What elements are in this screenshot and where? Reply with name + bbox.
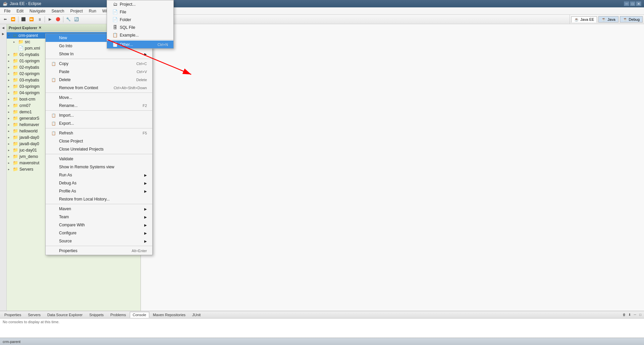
ctx-item-left: Validate xyxy=(51,156,73,162)
project-explorer-tab[interactable]: Project Explorer ✕ xyxy=(9,26,41,30)
ctx-item-left: Show in Remote Systems view xyxy=(51,164,114,170)
tree-item-label: 03-springm xyxy=(19,84,40,89)
ctx-item-move[interactable]: Move... xyxy=(46,94,152,102)
toolbar-sep-1 xyxy=(18,16,18,22)
tree-item-label: pom.xml xyxy=(25,46,40,51)
ctx-item-configure[interactable]: Configure▶ xyxy=(46,229,152,237)
toolbar-btn-8[interactable]: 🔧 xyxy=(65,16,72,23)
menu-navigate[interactable]: Navigate xyxy=(27,8,48,14)
ctx-item-source[interactable]: Source▶ xyxy=(46,237,152,245)
bottom-tab-snippets[interactable]: Snippets xyxy=(86,312,107,318)
toolbar-btn-1[interactable]: ⬅ xyxy=(1,16,9,23)
sub-icon: 📄 xyxy=(112,42,118,47)
ctx-item-left: Source xyxy=(51,238,72,244)
ctx-item-run-as[interactable]: Run As▶ xyxy=(46,171,152,179)
ctx-item-left: New xyxy=(51,35,67,41)
ctx-item-team[interactable]: Team▶ xyxy=(46,213,152,221)
ctx-item-compare-with[interactable]: Compare With▶ xyxy=(46,221,152,229)
close-button[interactable]: ✕ xyxy=(636,1,641,6)
sub-item-folder[interactable]: 📄 Folder xyxy=(107,16,173,23)
tree-item-label: 02-mybatis xyxy=(19,65,39,70)
ctx-item-copy[interactable]: 📋CopyCtrl+C xyxy=(46,60,152,68)
toolbar-btn-9[interactable]: 🔄 xyxy=(73,16,80,23)
menu-run[interactable]: Run xyxy=(86,8,99,14)
ctx-icon: 📋 xyxy=(51,130,56,136)
ctx-item-close-unrelated[interactable]: Close Unrelated Projects xyxy=(46,145,152,153)
ctx-item-export[interactable]: 📋Export... xyxy=(46,119,152,127)
bottom-minimize-btn[interactable]: ─ xyxy=(633,312,637,317)
ctx-item-rename[interactable]: Rename...F2 xyxy=(46,102,152,110)
toolbar-btn-4[interactable]: ⏩ xyxy=(28,16,35,23)
tree-item-label: generatorS xyxy=(19,116,39,121)
menu-edit[interactable]: Edit xyxy=(14,8,26,14)
project-explorer-tab-close[interactable]: ✕ xyxy=(39,26,41,30)
perspective-tab-java[interactable]: ☕Java xyxy=(598,16,618,22)
tree-item-label: boot-crm xyxy=(19,97,35,102)
tree-arrow: ▸ xyxy=(8,110,11,114)
ctx-submenu-arrow: ▶ xyxy=(144,173,147,177)
toolbar-btn-5[interactable]: ⏸ xyxy=(36,16,43,23)
ctx-item-refresh[interactable]: 📋RefreshF5 xyxy=(46,129,152,137)
ctx-item-restore-history[interactable]: Restore from Local History... xyxy=(46,195,152,203)
ctx-item-left: Debug As xyxy=(51,180,76,186)
bottom-tab-console[interactable]: Console xyxy=(130,312,149,318)
title-bar-left: ☕ Java EE - Eclipse xyxy=(3,1,41,6)
toolbar-btn-2[interactable]: ⏪ xyxy=(9,16,17,23)
sub-item-example[interactable]: 📋 Example... xyxy=(107,31,173,39)
maximize-button[interactable]: □ xyxy=(630,1,635,6)
bottom-tab-properties[interactable]: Properties xyxy=(1,312,24,318)
folder-icon: 📁 xyxy=(13,116,18,121)
perspective-tab-java-ee[interactable]: ☕Java EE xyxy=(571,16,597,22)
toolbar-btn-6[interactable]: ▶ xyxy=(46,16,54,23)
ctx-item-left: Move... xyxy=(51,95,72,100)
console-clear-btn[interactable]: 🗑 xyxy=(622,312,627,317)
bottom-tab-data-source-explorer[interactable]: Data Source Explorer xyxy=(44,312,86,318)
sub-item-other[interactable]: 📄 Other... Ctrl+N xyxy=(107,41,173,48)
bottom-tab-problems[interactable]: Problems xyxy=(107,312,129,318)
minimize-button[interactable]: ─ xyxy=(624,1,629,6)
ctx-item-debug-as[interactable]: Debug As▶ xyxy=(46,179,152,187)
ctx-label: Validate xyxy=(59,157,73,161)
menu-search[interactable]: Search xyxy=(49,8,67,14)
ctx-item-remove-context[interactable]: Remove from ContextCtrl+Alt+Shift+Down xyxy=(46,84,152,92)
ctx-empty-icon xyxy=(51,196,56,202)
folder-icon: 📁 xyxy=(13,71,18,76)
ctx-item-close-project[interactable]: Close Project xyxy=(46,137,152,145)
ctx-item-paste[interactable]: PasteCtrl+V xyxy=(46,68,152,76)
ctx-item-show-remote[interactable]: Show in Remote Systems view xyxy=(46,163,152,171)
ctx-icon: 📋 xyxy=(51,61,56,66)
ctx-item-show-in[interactable]: Show In▶ xyxy=(46,50,152,58)
console-scroll-btn[interactable]: ⬇ xyxy=(627,312,632,317)
sub-label: SQL File xyxy=(120,25,135,30)
submenu-new: 🗂 Project... 📄 File 📄 Folder 🗄 SQL File … xyxy=(107,0,174,49)
tree-arrow: ▸ xyxy=(8,136,11,139)
ctx-item-import[interactable]: 📋Import... xyxy=(46,111,152,119)
ctx-item-delete[interactable]: 📋DeleteDelete xyxy=(46,76,152,84)
ctx-icon: 📋 xyxy=(51,113,56,118)
ctx-item-validate[interactable]: Validate xyxy=(46,155,152,163)
sub-item-file[interactable]: 📄 File xyxy=(107,8,173,16)
ctx-item-properties[interactable]: PropertiesAlt+Enter xyxy=(46,247,152,255)
bottom-tab-maven-repositories[interactable]: Maven Repositories xyxy=(150,312,189,318)
ctx-item-profile-as[interactable]: Profile As▶ xyxy=(46,187,152,195)
sidebar-btn-1[interactable]: ◀ xyxy=(1,25,6,30)
toolbar-btn-3[interactable]: ⬛ xyxy=(20,16,27,23)
sub-item-project[interactable]: 🗂 Project... xyxy=(107,0,173,8)
tree-arrow: ▸ xyxy=(13,40,17,44)
menu-file[interactable]: File xyxy=(1,8,13,14)
ctx-label: Rename... xyxy=(59,103,77,108)
title-bar-controls: ─ □ ✕ xyxy=(624,1,641,6)
ctx-item-maven[interactable]: Maven▶ xyxy=(46,205,152,213)
perspective-tab-debug[interactable]: ☕Debug xyxy=(620,16,643,22)
sub-label: Folder xyxy=(120,17,131,22)
menu-project[interactable]: Project xyxy=(67,8,85,14)
tree-arrow: ▸ xyxy=(8,117,11,120)
toolbar-btn-7[interactable]: 🔴 xyxy=(54,16,62,23)
folder-icon: 📁 xyxy=(13,154,18,159)
bottom-tab-servers[interactable]: Servers xyxy=(25,312,44,318)
bottom-maximize-btn[interactable]: □ xyxy=(638,312,643,317)
tree-item-label: java8-day0 xyxy=(19,135,39,140)
sidebar-btn-2[interactable]: ▶ xyxy=(1,32,6,36)
bottom-tab-junit[interactable]: JUnit xyxy=(189,312,204,318)
sub-item-sql-file[interactable]: 🗄 SQL File xyxy=(107,23,173,31)
